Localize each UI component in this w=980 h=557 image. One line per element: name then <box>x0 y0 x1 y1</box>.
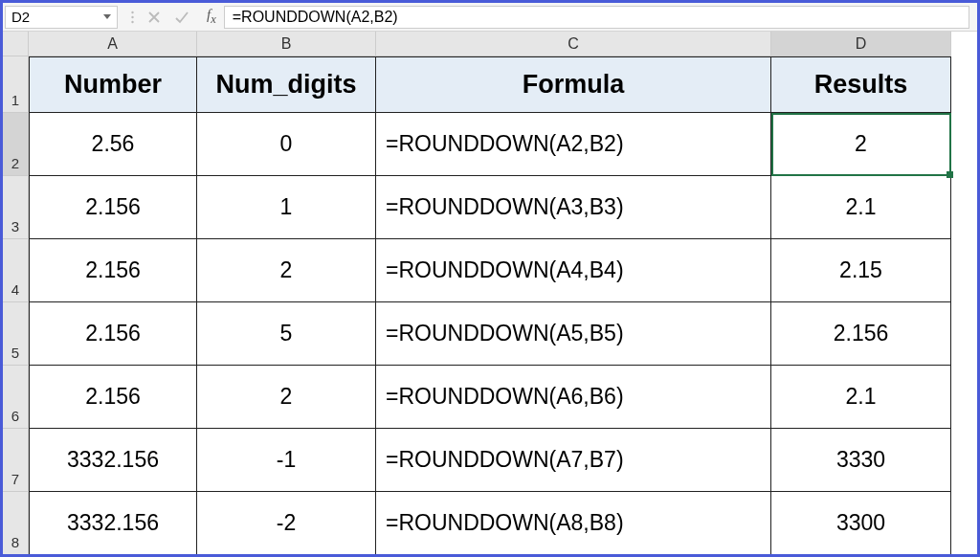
svg-point-0 <box>131 11 133 12</box>
table-row: 3332.156 -1 =ROUNDDOWN(A7,B7) 3330 <box>29 429 977 492</box>
column-headers: A B C D <box>29 32 977 56</box>
svg-point-2 <box>131 20 133 22</box>
table-row: 2.156 1 =ROUNDDOWN(A3,B3) 2.1 <box>29 176 977 239</box>
table-row: 2.156 2 =ROUNDDOWN(A6,B6) 2.1 <box>29 366 977 429</box>
cell-B2[interactable]: 0 <box>197 113 376 176</box>
cell-A8[interactable]: 3332.156 <box>29 492 197 555</box>
cell-C5[interactable]: =ROUNDDOWN(A5,B5) <box>376 302 771 366</box>
grid-rows: Number Num_digits Formula Results 2.56 0… <box>29 56 977 555</box>
col-header-C[interactable]: C <box>376 32 771 56</box>
col-header-B[interactable]: B <box>197 32 376 56</box>
cell-D5[interactable]: 2.156 <box>771 302 951 366</box>
cell-A7[interactable]: 3332.156 <box>29 429 197 492</box>
formula-bar-input[interactable]: =ROUNDDOWN(A2,B2) <box>224 6 969 29</box>
cell-C8[interactable]: =ROUNDDOWN(A8,B8) <box>376 492 771 555</box>
cell-A3[interactable]: 2.156 <box>29 176 197 239</box>
fx-icon[interactable]: fx <box>203 7 224 27</box>
cell-C2[interactable]: =ROUNDDOWN(A2,B2) <box>376 113 771 176</box>
select-all-corner[interactable] <box>3 32 29 56</box>
cell-D3[interactable]: 2.1 <box>771 176 951 239</box>
row-header-1[interactable]: 1 <box>3 56 29 113</box>
chevron-down-icon[interactable] <box>103 14 111 19</box>
cell-A1[interactable]: Number <box>29 56 197 113</box>
header-row: Number Num_digits Formula Results <box>29 56 977 113</box>
table-row: 3332.156 -2 =ROUNDDOWN(A8,B8) 3300 <box>29 492 977 555</box>
row-header-4[interactable]: 4 <box>3 239 29 302</box>
cell-C1[interactable]: Formula <box>376 56 771 113</box>
cell-D6[interactable]: 2.1 <box>771 366 951 429</box>
table-row: 2.156 2 =ROUNDDOWN(A4,B4) 2.15 <box>29 239 977 302</box>
cell-D8[interactable]: 3300 <box>771 492 951 555</box>
cell-D1[interactable]: Results <box>771 56 951 113</box>
cell-A2[interactable]: 2.56 <box>29 113 197 176</box>
row-header-7[interactable]: 7 <box>3 429 29 492</box>
cell-C6[interactable]: =ROUNDDOWN(A6,B6) <box>376 366 771 429</box>
cell-A5[interactable]: 2.156 <box>29 302 197 366</box>
grid-main: A B C D Number Num_digits Formula Result… <box>29 32 977 555</box>
spreadsheet-grid: 1 2 3 4 5 6 7 8 A B C D Number Num_digit… <box>3 32 977 555</box>
row-header-5[interactable]: 5 <box>3 302 29 366</box>
table-row: 2.56 0 =ROUNDDOWN(A2,B2) 2 <box>29 113 977 176</box>
cell-B3[interactable]: 1 <box>197 176 376 239</box>
col-header-A[interactable]: A <box>29 32 197 56</box>
cancel-icon[interactable] <box>147 11 161 24</box>
cell-D7[interactable]: 3330 <box>771 429 951 492</box>
cell-C4[interactable]: =ROUNDDOWN(A4,B4) <box>376 239 771 302</box>
cell-A6[interactable]: 2.156 <box>29 366 197 429</box>
name-box[interactable]: D2 <box>5 6 118 29</box>
cell-B1[interactable]: Num_digits <box>197 56 376 113</box>
enter-icon[interactable] <box>174 11 189 24</box>
cell-A4[interactable]: 2.156 <box>29 239 197 302</box>
cell-B5[interactable]: 5 <box>197 302 376 366</box>
cell-B4[interactable]: 2 <box>197 239 376 302</box>
row-header-2[interactable]: 2 <box>3 113 29 176</box>
cell-C3[interactable]: =ROUNDDOWN(A3,B3) <box>376 176 771 239</box>
svg-point-1 <box>131 15 133 17</box>
row-header-6[interactable]: 6 <box>3 366 29 429</box>
formula-bar-buttons <box>118 11 203 24</box>
row-header-8[interactable]: 8 <box>3 492 29 555</box>
dots-icon <box>131 11 134 24</box>
cell-C7[interactable]: =ROUNDDOWN(A7,B7) <box>376 429 771 492</box>
table-row: 2.156 5 =ROUNDDOWN(A5,B5) 2.156 <box>29 302 977 366</box>
cell-B6[interactable]: 2 <box>197 366 376 429</box>
formula-bar-value: =ROUNDDOWN(A2,B2) <box>233 9 398 26</box>
row-header-3[interactable]: 3 <box>3 176 29 239</box>
col-header-D[interactable]: D <box>771 32 951 56</box>
formula-bar-row: D2 fx =ROUNDDOWN(A2,B2) <box>3 3 977 32</box>
cell-D4[interactable]: 2.15 <box>771 239 951 302</box>
cell-B7[interactable]: -1 <box>197 429 376 492</box>
row-headers: 1 2 3 4 5 6 7 8 <box>3 32 29 555</box>
cell-B8[interactable]: -2 <box>197 492 376 555</box>
cell-D2[interactable]: 2 <box>771 113 951 176</box>
name-box-value: D2 <box>11 9 30 25</box>
